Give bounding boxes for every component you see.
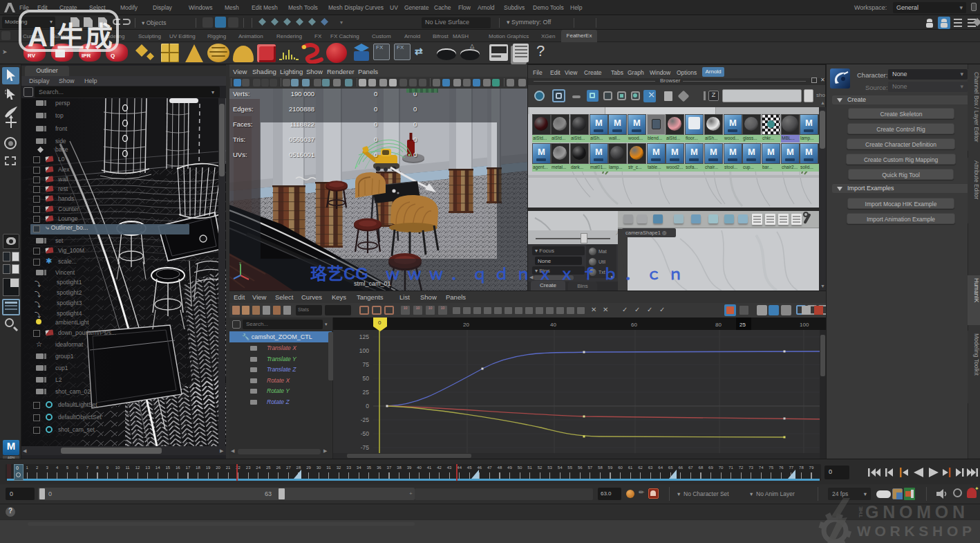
svg-text:50: 50	[363, 375, 370, 382]
svg-text:GNOMON: GNOMON	[865, 502, 967, 522]
svg-text:80: 80	[715, 322, 722, 328]
svg-text:125: 125	[359, 333, 369, 340]
svg-text:75: 75	[363, 361, 370, 368]
svg-text:100: 100	[359, 347, 369, 354]
svg-text:25: 25	[739, 322, 746, 328]
svg-text:60: 60	[631, 322, 637, 328]
svg-text:40: 40	[550, 322, 556, 328]
svg-text:20: 20	[463, 322, 469, 328]
svg-text:0: 0	[366, 403, 369, 409]
svg-text:-25: -25	[361, 416, 370, 423]
svg-text:100: 100	[800, 322, 809, 328]
svg-text:0: 0	[378, 320, 381, 326]
svg-text:-50: -50	[361, 430, 370, 437]
svg-text:THE: THE	[858, 506, 864, 517]
svg-text:y: y	[239, 261, 241, 265]
svg-text:WORKSHOP: WORKSHOP	[857, 523, 973, 539]
svg-text:25: 25	[363, 389, 370, 396]
svg-text:-75: -75	[361, 444, 370, 451]
